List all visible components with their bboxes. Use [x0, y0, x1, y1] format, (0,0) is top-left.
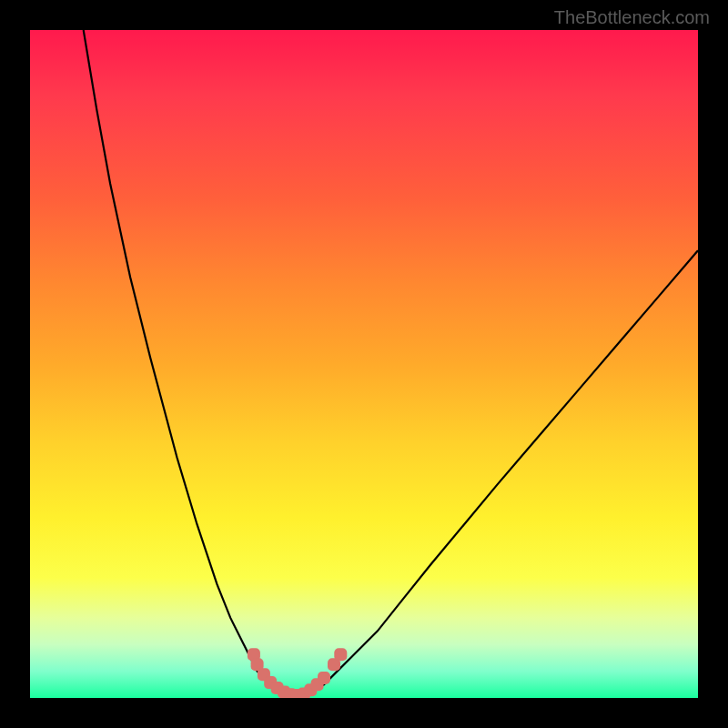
marker-point: [318, 672, 330, 684]
chart-container: TheBottleneck.com: [0, 0, 728, 728]
marker-point: [334, 648, 347, 661]
chart-svg: [30, 30, 698, 698]
curve-left: [84, 30, 291, 696]
curve-right: [298, 250, 698, 696]
data-markers: [248, 648, 347, 698]
watermark-text: TheBottleneck.com: [554, 7, 710, 28]
